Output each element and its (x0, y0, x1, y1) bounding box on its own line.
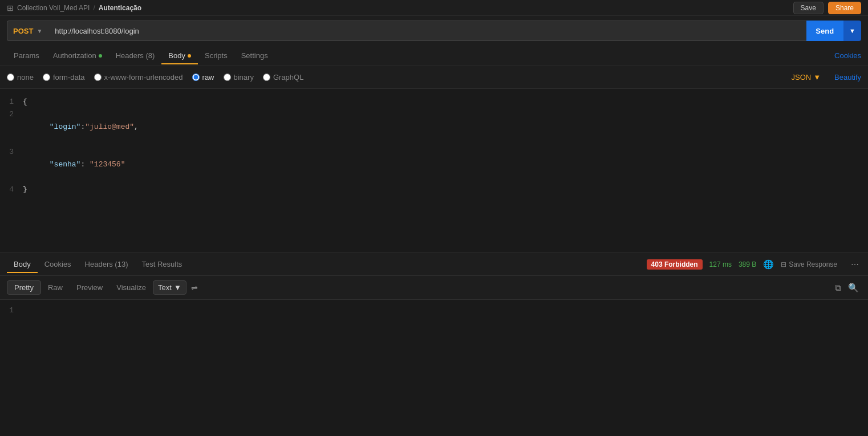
url-input[interactable] (48, 21, 806, 41)
code-line-1: 1 { (0, 96, 868, 108)
top-bar-actions: Save Share (793, 2, 861, 14)
breadcrumb-current: Autenticação (99, 4, 141, 12)
wrap-icon[interactable]: ⇌ (186, 281, 202, 295)
resp-tab-body[interactable]: Body (7, 255, 38, 273)
status-badge: 403 Forbidden (647, 259, 703, 270)
request-bar: POST ▼ Send ▼ (0, 16, 868, 46)
authorization-dot (99, 54, 102, 58)
copy-response-icon[interactable]: ⧉ (833, 282, 843, 294)
tab-scripts[interactable]: Scripts (198, 47, 234, 64)
response-tabs: Body Cookies Headers (13) Test Results 4… (0, 253, 868, 276)
send-dropdown-button[interactable]: ▼ (843, 21, 861, 41)
status-badge-area: 403 Forbidden 127 ms 389 B 🌐 ⊟ Save Resp… (647, 259, 861, 270)
save-icon: ⊟ (781, 260, 786, 268)
resp-pretty-button[interactable]: Pretty (7, 280, 41, 295)
method-selector[interactable]: POST ▼ (7, 21, 48, 41)
resp-raw-button[interactable]: Raw (41, 281, 70, 294)
save-response-button[interactable]: ⊟ Save Response (781, 260, 837, 268)
option-graphql[interactable]: GraphQL (263, 73, 303, 82)
code-editor[interactable]: 1 { 2 "login":"julio@med", 3 "senha": "1… (0, 89, 868, 253)
send-button[interactable]: Send (806, 21, 843, 41)
tab-body[interactable]: Body (161, 47, 198, 64)
json-type-selector[interactable]: JSON ▼ (791, 73, 821, 82)
code-line-4: 4 } (0, 184, 868, 196)
request-tabs: Params Authorization Headers (8) Body Sc… (0, 46, 868, 66)
resp-tab-test-results[interactable]: Test Results (135, 255, 189, 273)
search-response-icon[interactable]: 🔍 (846, 282, 861, 294)
response-section: Body Cookies Headers (13) Test Results 4… (0, 253, 868, 391)
beautify-button[interactable]: Beautify (834, 73, 861, 82)
method-label: POST (13, 27, 33, 35)
option-urlencoded[interactable]: x-www-form-urlencoded (94, 73, 183, 82)
response-size: 389 B (739, 260, 756, 268)
code-line-3: 3 "senha": "123456" (0, 146, 868, 184)
share-button[interactable]: Share (828, 2, 861, 14)
tab-params[interactable]: Params (7, 47, 46, 64)
save-button[interactable]: Save (793, 2, 824, 14)
text-type-selector[interactable]: Text ▼ (153, 280, 186, 295)
tab-authorization[interactable]: Authorization (46, 47, 109, 64)
response-toolbar-icons: ⋯ (849, 259, 861, 270)
option-binary[interactable]: binary (224, 73, 254, 82)
resp-tab-cookies[interactable]: Cookies (38, 255, 78, 273)
tab-cookies[interactable]: Cookies (834, 51, 861, 60)
code-line-2: 2 "login":"julio@med", (0, 108, 868, 146)
method-chevron-icon: ▼ (36, 28, 42, 34)
resp-line-1: 1 (0, 304, 868, 317)
tab-headers[interactable]: Headers (8) (109, 47, 162, 64)
grid-icon: ⊞ (7, 3, 14, 13)
json-chevron-icon: ▼ (813, 73, 821, 82)
resp-tab-headers[interactable]: Headers (13) (78, 255, 135, 273)
body-dot (188, 54, 191, 58)
response-time: 127 ms (709, 260, 732, 268)
breadcrumb: ⊞ Collection Voll_Med API / Autenticação (7, 3, 141, 13)
option-none[interactable]: none (7, 73, 34, 82)
option-form-data[interactable]: form-data (43, 73, 85, 82)
response-code-area: 1 (0, 300, 868, 391)
tab-settings[interactable]: Settings (234, 47, 275, 64)
option-raw[interactable]: raw (192, 73, 214, 82)
resp-visualize-button[interactable]: Visualize (109, 281, 153, 294)
more-options-icon[interactable]: ⋯ (849, 259, 861, 270)
top-bar: ⊞ Collection Voll_Med API / Autenticação… (0, 0, 868, 16)
text-chevron-icon: ▼ (174, 283, 181, 292)
resp-preview-button[interactable]: Preview (70, 281, 109, 294)
body-options: none form-data x-www-form-urlencoded raw… (0, 66, 868, 89)
response-body-options: Pretty Raw Preview Visualize Text ▼ ⇌ ⧉ … (0, 276, 868, 300)
globe-icon: 🌐 (763, 259, 774, 270)
